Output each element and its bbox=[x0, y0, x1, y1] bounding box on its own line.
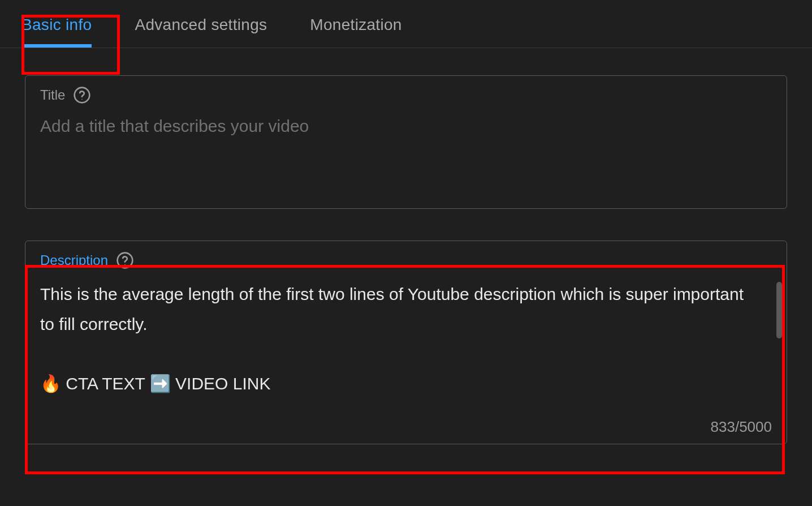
description-text: This is the average length of the first … bbox=[40, 280, 772, 398]
tab-label: Basic info bbox=[21, 16, 92, 33]
description-label: Description bbox=[40, 252, 108, 268]
tab-label: Monetization bbox=[310, 16, 401, 33]
scrollbar-thumb[interactable] bbox=[776, 282, 782, 338]
description-label-row: Description bbox=[40, 251, 772, 269]
help-icon[interactable] bbox=[73, 86, 91, 104]
tab-label: Advanced settings bbox=[135, 16, 267, 33]
svg-point-3 bbox=[124, 264, 126, 265]
tab-basic-info[interactable]: Basic info bbox=[0, 0, 113, 48]
title-label-row: Title bbox=[40, 86, 772, 104]
content-area: Title Add a title that describes your vi… bbox=[0, 48, 812, 444]
tab-monetization[interactable]: Monetization bbox=[288, 0, 423, 48]
svg-point-2 bbox=[118, 253, 133, 268]
title-label: Title bbox=[40, 87, 65, 103]
character-counter: 833/5000 bbox=[711, 418, 772, 436]
title-field-box[interactable]: Title Add a title that describes your vi… bbox=[25, 75, 787, 209]
description-field-box[interactable]: Description This is the average length o… bbox=[25, 241, 787, 444]
tabs-bar: Basic info Advanced settings Monetizatio… bbox=[0, 0, 812, 48]
tab-advanced-settings[interactable]: Advanced settings bbox=[113, 0, 288, 48]
svg-point-1 bbox=[82, 99, 83, 100]
svg-point-0 bbox=[75, 88, 90, 103]
help-icon[interactable] bbox=[116, 251, 134, 269]
title-placeholder: Add a title that describes your video bbox=[40, 114, 772, 138]
